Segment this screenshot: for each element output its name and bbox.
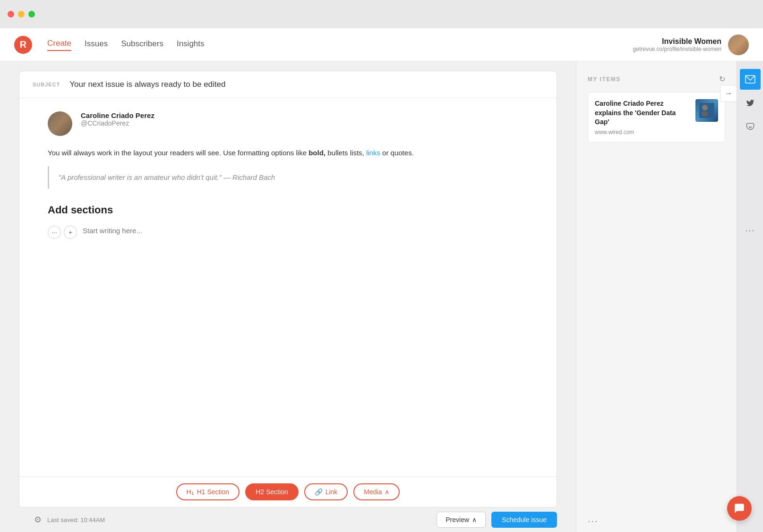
h2-section-label: H2 Section	[256, 488, 288, 496]
item-thumbnail-image	[699, 103, 714, 118]
item-card-thumbnail	[695, 99, 718, 122]
section-editor-row: ··· +	[48, 225, 528, 239]
preview-label: Preview	[446, 516, 469, 524]
editor-card: SUBJECT Your next issue is always ready …	[19, 71, 557, 507]
nav-link-create[interactable]: Create	[47, 39, 71, 51]
status-bar-left: ⚙ Last saved: 10:44AM	[34, 515, 105, 525]
item-card-url: www.wired.com	[595, 129, 689, 135]
sidebar-toggle-button[interactable]: →	[720, 85, 737, 102]
tweet-body: You will always work in the layout your …	[48, 147, 528, 159]
media-button[interactable]: Media ∧	[353, 483, 400, 500]
schedule-button[interactable]: Schedule issue	[491, 512, 557, 528]
editor-area: SUBJECT Your next issue is always ready …	[0, 61, 576, 532]
svg-point-1	[702, 105, 708, 110]
editor-body[interactable]: Caroline Criado Perez @CCriadoPerez You …	[19, 98, 557, 476]
last-saved: Last saved: 10:44AM	[47, 516, 105, 524]
link-icon: 🔗	[315, 488, 323, 496]
action-bar-ellipsis[interactable]: ···	[746, 225, 755, 236]
h1-icon: H₁	[187, 488, 194, 496]
media-label: Media	[364, 488, 382, 496]
profile-url: getrevue.co/profile/invisible-women	[633, 46, 721, 52]
pocket-action-button[interactable]	[740, 116, 761, 137]
item-card-title: Caroline Criado Perez explains the 'Gend…	[595, 99, 689, 127]
tweet-embed: Caroline Criado Perez @CCriadoPerez	[48, 111, 528, 136]
preview-button[interactable]: Preview ∧	[437, 512, 486, 528]
nav-link-insights[interactable]: Insights	[177, 39, 205, 51]
right-sidebar: → MY ITEMS ↻ Caroline Criado Perez expla…	[576, 61, 737, 532]
my-items-area: MY ITEMS ↻ Caroline Criado Perez explain…	[576, 61, 737, 510]
tweet-user: Caroline Criado Perez @CCriadoPerez	[81, 111, 154, 127]
tweet-name: Caroline Criado Perez	[81, 111, 154, 119]
nav-links: Create Issues Subscribers Insights	[47, 39, 205, 51]
my-items-title: MY ITEMS	[588, 76, 621, 83]
nav-link-issues[interactable]: Issues	[85, 39, 108, 51]
subject-label: SUBJECT	[33, 82, 60, 87]
item-card: Caroline Criado Perez explains the 'Gend…	[588, 92, 725, 143]
tweet-avatar	[48, 111, 72, 136]
twitter-icon	[745, 99, 755, 107]
refresh-icon[interactable]: ↻	[719, 75, 725, 84]
bottom-toolbar: H₁ H1 Section H2 Section 🔗 Link Media ∧	[19, 476, 557, 507]
link-label: Link	[326, 488, 338, 496]
logo[interactable]: R	[14, 36, 32, 54]
item-card-text: Caroline Criado Perez explains the 'Gend…	[595, 99, 689, 135]
navbar: R Create Issues Subscribers Insights Inv…	[0, 28, 763, 61]
add-sections-area: Add sections ··· +	[48, 204, 528, 239]
h2-section-button[interactable]: H2 Section	[245, 483, 298, 500]
section-controls: ··· +	[48, 226, 77, 239]
link-button[interactable]: 🔗 Link	[304, 483, 348, 500]
traffic-light-green[interactable]	[28, 11, 35, 17]
sidebar-ellipsis[interactable]: ···	[576, 510, 737, 532]
twitter-action-button[interactable]	[740, 93, 761, 113]
h1-section-label: H1 Section	[197, 488, 229, 496]
main-layout: SUBJECT Your next issue is always ready …	[0, 61, 763, 532]
title-bar	[0, 0, 763, 28]
right-action-bar: ···	[737, 61, 763, 532]
email-action-button[interactable]	[740, 69, 761, 90]
subject-text[interactable]: Your next issue is always ready to be ed…	[69, 80, 225, 89]
svg-rect-2	[702, 111, 708, 116]
ellipsis-btn[interactable]: ···	[48, 226, 61, 239]
email-icon	[745, 75, 755, 84]
avatar[interactable]	[728, 34, 749, 55]
chat-icon	[733, 502, 746, 515]
media-chevron-icon: ∧	[385, 488, 389, 496]
add-sections-title: Add sections	[48, 204, 528, 216]
preview-chevron-icon: ∧	[472, 516, 477, 524]
navbar-left: R Create Issues Subscribers Insights	[14, 36, 205, 54]
pocket-icon	[745, 122, 755, 131]
status-bar: ⚙ Last saved: 10:44AM Preview ∧ Schedule…	[19, 507, 557, 532]
my-items-header: MY ITEMS ↻	[588, 75, 725, 84]
nav-link-subscribers[interactable]: Subscribers	[121, 39, 163, 51]
sidebar-arrow-area: →	[720, 85, 737, 102]
blockquote: "A professional writer is an amateur who…	[48, 166, 528, 189]
tweet-handle: @CCriadoPerez	[81, 119, 154, 127]
avatar-image	[728, 34, 749, 55]
status-bar-right: Preview ∧ Schedule issue	[437, 512, 557, 528]
subject-row: SUBJECT Your next issue is always ready …	[19, 71, 557, 98]
username: Invisible Women	[633, 37, 721, 46]
add-btn[interactable]: +	[64, 226, 77, 239]
traffic-light-yellow[interactable]	[18, 11, 25, 17]
section-input[interactable]	[83, 225, 528, 236]
h1-section-button[interactable]: H₁ H1 Section	[176, 483, 240, 500]
traffic-light-red[interactable]	[8, 11, 14, 17]
settings-icon[interactable]: ⚙	[34, 515, 42, 525]
navbar-right: Invisible Women getrevue.co/profile/invi…	[633, 34, 749, 55]
chat-bubble[interactable]	[727, 496, 752, 521]
